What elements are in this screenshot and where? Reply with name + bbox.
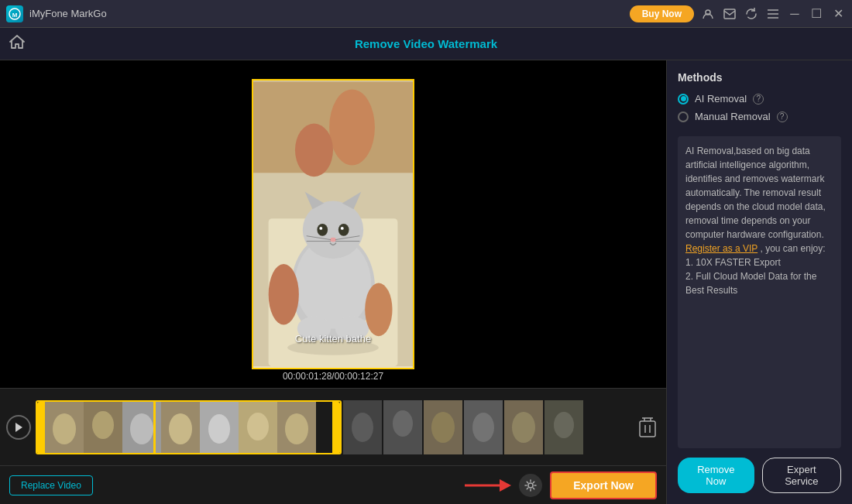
- svg-point-14: [303, 201, 363, 259]
- svg-point-35: [92, 411, 114, 439]
- manual-removal-label: Manual Removal: [695, 111, 771, 122]
- svg-point-51: [431, 412, 455, 443]
- thumb-unselected-6: [545, 400, 583, 454]
- maximize-button[interactable]: ☐: [809, 6, 824, 22]
- svg-point-9: [329, 89, 375, 165]
- action-buttons: Remove Now Expert Service: [678, 458, 841, 493]
- svg-point-55: [512, 412, 535, 443]
- manual-removal-help-icon[interactable]: ?: [777, 111, 788, 122]
- ai-removal-row[interactable]: AI Removal ?: [678, 93, 841, 105]
- app-logo: M: [6, 5, 23, 22]
- page-title: Remove Video Watermark: [355, 37, 497, 50]
- thumb-frame-7: [277, 402, 316, 454]
- home-button[interactable]: [9, 35, 25, 53]
- timeline-strip[interactable]: [36, 399, 630, 455]
- minimize-button[interactable]: ─: [787, 6, 802, 22]
- svg-point-43: [247, 413, 269, 441]
- play-button[interactable]: [6, 415, 31, 440]
- timestamp: 00:00:01:28/00:00:12:27: [283, 371, 383, 382]
- nav-bar: Remove Video Watermark: [0, 28, 852, 60]
- timeline-area: [0, 388, 666, 465]
- delete-button[interactable]: [635, 412, 660, 443]
- svg-point-33: [53, 413, 76, 444]
- buy-now-button[interactable]: Buy Now: [630, 5, 694, 22]
- svg-point-66: [528, 483, 533, 488]
- svg-point-37: [130, 413, 153, 444]
- main-area: Cute kitten bathe 00:00:01:28/00:00:12:2…: [0, 60, 852, 504]
- timeline-marker: [153, 402, 156, 453]
- video-preview: Cute kitten bathe 00:00:01:28/00:00:12:2…: [0, 60, 666, 388]
- bottom-right: Export Now: [465, 471, 657, 499]
- thumb-frame-2: [84, 402, 122, 454]
- user-icon[interactable]: [700, 6, 716, 22]
- svg-point-53: [472, 413, 494, 442]
- svg-rect-3: [724, 9, 735, 19]
- timeline-left-handle[interactable]: [37, 402, 45, 454]
- ai-removal-help-icon[interactable]: ?: [753, 94, 764, 105]
- svg-point-49: [393, 410, 413, 437]
- svg-marker-31: [15, 423, 22, 432]
- menu-icon[interactable]: [765, 6, 781, 22]
- svg-point-21: [330, 238, 336, 242]
- right-panel: Methods AI Removal ? Manual Removal ? AI…: [666, 60, 852, 504]
- svg-point-39: [169, 413, 192, 444]
- thumb-frame-4: [161, 402, 200, 454]
- description-box: AI Removal,based on big data artificial …: [678, 136, 841, 448]
- thumb-unselected-1: [343, 400, 382, 454]
- arrow-container: [465, 474, 511, 497]
- thumb-unselected-2: [383, 400, 422, 454]
- settings-button[interactable]: [519, 474, 542, 497]
- vip-suffix: , you can enjoy:: [761, 243, 826, 254]
- svg-point-18: [338, 224, 349, 236]
- svg-text:M: M: [12, 12, 18, 19]
- svg-point-41: [208, 414, 230, 444]
- mail-icon[interactable]: [722, 6, 737, 22]
- svg-point-10: [295, 124, 333, 177]
- remove-now-button[interactable]: Remove Now: [678, 458, 754, 493]
- video-inner: [253, 81, 413, 368]
- svg-rect-58: [640, 421, 655, 437]
- refresh-icon[interactable]: [744, 6, 759, 22]
- svg-point-30: [365, 283, 392, 337]
- svg-point-20: [341, 227, 344, 230]
- vip-link[interactable]: Register as a VIP: [685, 243, 758, 254]
- methods-title: Methods: [678, 71, 841, 84]
- thumb-unselected-4: [464, 400, 503, 454]
- expert-service-button[interactable]: Expert Service: [762, 458, 841, 493]
- svg-point-29: [269, 264, 299, 324]
- manual-removal-row[interactable]: Manual Removal ?: [678, 111, 841, 122]
- thumb-frame-5: [200, 402, 239, 454]
- video-section: Cute kitten bathe 00:00:01:28/00:00:12:2…: [0, 60, 666, 504]
- vip-benefit-1: 1. 10X FASTER Export: [685, 257, 781, 268]
- app-title: iMyFone MarkGo: [29, 8, 107, 19]
- svg-point-45: [285, 413, 308, 444]
- svg-point-57: [554, 412, 574, 438]
- title-bar-right: Buy Now ─: [630, 5, 846, 22]
- thumb-frame-6: [239, 402, 277, 454]
- title-bar-left: M iMyFone MarkGo: [6, 5, 107, 22]
- description-text: AI Removal,based on big data artificial …: [685, 146, 826, 240]
- thumb-unselected-5: [504, 400, 543, 454]
- export-now-button[interactable]: Export Now: [550, 471, 657, 499]
- ai-removal-radio[interactable]: [678, 94, 689, 105]
- vip-benefit-2: 2. Full Cloud Model Data for the Best Re…: [685, 271, 816, 296]
- thumb-frame-1: [45, 402, 84, 454]
- cat-scene-visual: [253, 81, 413, 368]
- title-bar: M iMyFone MarkGo Buy Now: [0, 0, 852, 28]
- timeline-right-handle[interactable]: [332, 402, 340, 454]
- ai-removal-label: AI Removal: [695, 93, 747, 105]
- svg-point-47: [352, 413, 373, 442]
- watermark-text: Cute kitten bathe: [295, 333, 371, 345]
- video-container: Cute kitten bathe: [252, 79, 414, 369]
- svg-point-19: [319, 227, 322, 230]
- svg-marker-65: [500, 479, 511, 492]
- svg-point-17: [317, 224, 328, 236]
- thumb-unselected-3: [424, 400, 462, 454]
- bottom-bar: Replace Video Export Now: [0, 465, 666, 504]
- close-button[interactable]: ✕: [830, 6, 846, 22]
- manual-removal-radio[interactable]: [678, 111, 689, 122]
- replace-video-button[interactable]: Replace Video: [9, 475, 93, 495]
